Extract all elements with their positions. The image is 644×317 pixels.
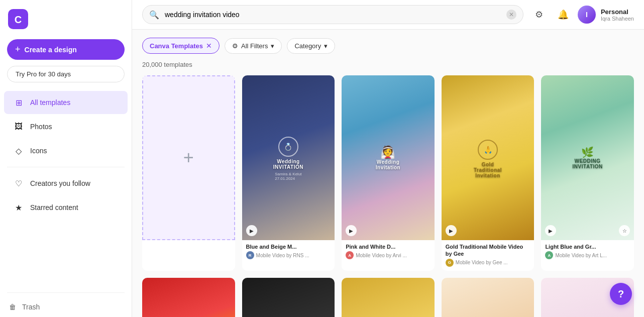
- template-card-gold-invite[interactable]: Suri WeddingInvitation Gold Wedding Invi…: [342, 278, 435, 317]
- card-gold-invite-image: Suri WeddingInvitation: [342, 278, 435, 317]
- topbar: 🔍 ✕ ⚙ 🔔 I Personal Iqra Shaheen: [132, 0, 644, 30]
- sidebar-item-templates[interactable]: ⊞ All templates: [4, 91, 128, 114]
- try-pro-label: Try Pro for 30 days: [16, 70, 71, 78]
- canva-templates-chip[interactable]: Canva Templates ✕: [142, 38, 220, 54]
- creators-icon: ♡: [13, 178, 24, 189]
- templates-grid: + 💍 WeddingINVITATION Samira & Kelut27.0…: [142, 75, 634, 317]
- svg-text:C: C: [15, 14, 22, 25]
- photos-icon: 🖼: [13, 121, 24, 132]
- card-inner-text: WeddingINVITATION: [273, 159, 303, 170]
- sidebar-navigation: ⊞ All templates 🖼 Photos ◇ Icons ♡ Creat…: [0, 86, 132, 288]
- card-subtitle: G Mobile Video by Gee ...: [446, 259, 530, 267]
- sidebar-item-creators-label: Creators you follow: [30, 179, 90, 187]
- sidebar: C + Create a design Try Pro for 30 days …: [0, 0, 132, 317]
- results-count: 20,000 templates: [142, 61, 634, 68]
- category-button[interactable]: Category ▾: [287, 38, 335, 54]
- sidebar-item-trash[interactable]: 🗑 Trash: [0, 297, 132, 317]
- starred-icon: ★: [13, 202, 24, 213]
- sidebar-item-creators[interactable]: ♡ Creators you follow: [4, 172, 128, 195]
- template-card-red-trad[interactable]: 🙏 || Shree Ganeshay Namah || AK Red Trad…: [142, 278, 235, 317]
- sidebar-bottom-divider: [7, 292, 125, 293]
- sidebar-item-photos[interactable]: 🖼 Photos: [4, 115, 128, 138]
- create-design-label: Create a design: [25, 46, 77, 54]
- search-input[interactable]: [142, 5, 523, 24]
- canva-logo-icon: C: [8, 9, 28, 29]
- card-inner-text: GoldTraditionalInvitation: [474, 162, 502, 178]
- search-clear-button[interactable]: ✕: [506, 10, 516, 20]
- card-info-light-blue-green: Light Blue and Gr... A Mobile Video by A…: [541, 240, 634, 263]
- card-gold-trad-image: 🙏 GoldTraditionalInvitation ▶: [442, 75, 534, 240]
- card-title: Gold Traditional Mobile Video by Gee: [446, 243, 530, 258]
- filter-sliders-icon: ⚙: [232, 42, 238, 50]
- card-subtitle: R Mobile Video by RNS ...: [246, 251, 331, 259]
- icons-icon: ◇: [13, 145, 24, 156]
- sidebar-item-starred-label: Starred content: [30, 203, 78, 212]
- card-ornament: 🙏: [478, 140, 498, 160]
- all-filters-label: All Filters: [241, 42, 268, 50]
- all-filters-button[interactable]: ⚙ All Filters ▾: [225, 38, 282, 54]
- sidebar-divider: [7, 167, 125, 167]
- card-subtitle: A Mobile Video by Arvi ...: [346, 251, 431, 259]
- creator-avatar: R: [246, 251, 254, 259]
- settings-button[interactable]: ⚙: [529, 5, 549, 24]
- card-info-gold-trad: Gold Traditional Mobile Video by Gee G M…: [442, 240, 534, 271]
- sidebar-item-trash-label: Trash: [22, 303, 40, 311]
- sidebar-item-templates-label: All templates: [30, 98, 70, 107]
- template-card-light-blue-green[interactable]: 🌿 WEDDINGINVITATION ▶ ☆ Light Blue and G…: [541, 75, 634, 271]
- topbar-icons-group: ⚙ 🔔 I Personal Iqra Shaheen: [529, 5, 634, 24]
- sidebar-item-starred[interactable]: ★ Starred content: [4, 196, 128, 219]
- sidebar-item-photos-label: Photos: [30, 123, 52, 131]
- creator-avatar: A: [545, 251, 553, 259]
- sidebar-item-icons[interactable]: ◇ Icons: [4, 139, 128, 162]
- card-red-trad-image: 🙏 || Shree Ganeshay Namah || AK: [142, 278, 235, 317]
- trash-icon: 🗑: [9, 303, 16, 311]
- card-inner-text: WEDDINGINVITATION: [573, 158, 603, 169]
- card-info-pink-white: Pink and White D... A Mobile Video by Ar…: [342, 240, 435, 263]
- template-card-gold-trad[interactable]: 🙏 GoldTraditionalInvitation ▶ Gold Tradi…: [442, 75, 534, 271]
- template-card-blue-beige[interactable]: 💍 WeddingINVITATION Samira & Kelut27.01.…: [242, 75, 335, 271]
- card-inner-text: WeddingInvitation: [376, 159, 400, 170]
- user-info[interactable]: Personal Iqra Shaheen: [601, 8, 634, 22]
- user-name: Personal: [601, 8, 634, 16]
- play-icon: ▶: [446, 225, 457, 236]
- card-title: Blue and Beige M...: [246, 243, 331, 250]
- search-icon: 🔍: [149, 10, 159, 20]
- plus-icon: +: [15, 44, 21, 55]
- card-title: Pink and White D...: [346, 243, 431, 250]
- category-label: Category: [294, 42, 321, 50]
- create-design-button[interactable]: + Create a design: [7, 39, 125, 60]
- search-bar-container: 🔍 ✕: [142, 5, 523, 24]
- create-blank-plus-icon: +: [183, 147, 194, 168]
- card-ornament: 💍: [278, 137, 298, 157]
- template-card-pink-white[interactable]: 👰 WeddingInvitation ▶ Pink and White D..…: [342, 75, 435, 271]
- create-blank-image: +: [142, 75, 235, 240]
- try-pro-button[interactable]: Try Pro for 30 days: [7, 66, 125, 82]
- help-button[interactable]: ?: [610, 283, 632, 305]
- filters-row: Canva Templates ✕ ⚙ All Filters ▾ Catego…: [142, 38, 634, 54]
- creator-avatar: A: [346, 251, 354, 259]
- user-username: Iqra Shaheen: [601, 16, 634, 22]
- content-area: Canva Templates ✕ ⚙ All Filters ▾ Catego…: [132, 30, 644, 317]
- canva-templates-chip-label: Canva Templates: [150, 42, 203, 50]
- template-card-dark-bw[interactable]: 💑 Jamie & ...SAVE THE DATE · JANUARY 30,…: [242, 278, 335, 317]
- card-title: Light Blue and Gr...: [545, 243, 630, 250]
- play-icon: ▶: [246, 225, 257, 236]
- logo-area: C: [0, 0, 132, 35]
- creator-avatar: G: [446, 259, 454, 267]
- main-content: 🔍 ✕ ⚙ 🔔 I Personal Iqra Shaheen Canva Te…: [132, 0, 644, 317]
- template-card-save-date[interactable]: Savethe Date Save the Date S Mobile Vide…: [442, 278, 534, 317]
- bell-icon: 🔔: [558, 9, 569, 20]
- help-icon: ?: [618, 288, 624, 300]
- category-chevron-icon: ▾: [324, 42, 328, 50]
- card-pink-white-image: 👰 WeddingInvitation ▶: [342, 75, 435, 240]
- canva-templates-chip-close[interactable]: ✕: [206, 42, 212, 50]
- card-dark-bw-image: 💑 Jamie & ...SAVE THE DATE · JANUARY 30,…: [242, 278, 335, 317]
- card-light-blue-green-image: 🌿 WEDDINGINVITATION ▶ ☆: [541, 75, 634, 240]
- user-avatar[interactable]: I: [578, 6, 596, 24]
- card-save-date-image: Savethe Date: [442, 278, 534, 317]
- create-blank-card[interactable]: +: [142, 75, 235, 271]
- card-blue-beige-image: 💍 WeddingINVITATION Samira & Kelut27.01.…: [242, 75, 335, 240]
- card-info-blue-beige: Blue and Beige M... R Mobile Video by RN…: [242, 240, 335, 263]
- notifications-button[interactable]: 🔔: [554, 5, 573, 24]
- card-subtitle: A Mobile Video by Art L...: [545, 251, 630, 259]
